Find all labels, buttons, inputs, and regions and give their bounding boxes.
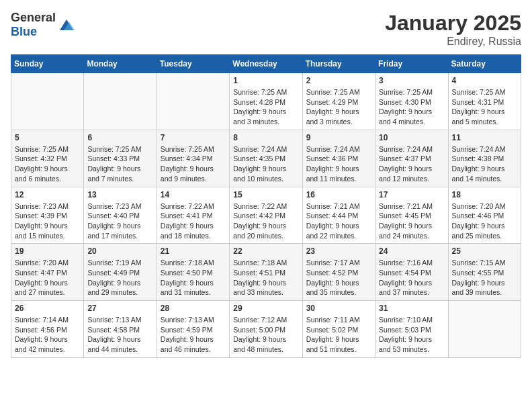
logo-text: General Blue <box>11 11 56 39</box>
day-number: 13 <box>87 190 152 199</box>
day-info: Sunrise: 7:11 AMSunset: 5:02 PMDaylight:… <box>306 315 371 355</box>
day-info: Sunrise: 7:22 AMSunset: 4:41 PMDaylight:… <box>161 201 226 241</box>
logo-general: General <box>11 11 56 24</box>
calendar-day-cell: 26Sunrise: 7:14 AMSunset: 4:56 PMDayligh… <box>11 301 84 358</box>
day-info: Sunrise: 7:16 AMSunset: 4:54 PMDaylight:… <box>379 258 444 298</box>
calendar-day-cell: 25Sunrise: 7:15 AMSunset: 4:55 PMDayligh… <box>448 244 521 301</box>
day-number: 29 <box>233 304 298 313</box>
day-number: 2 <box>306 76 371 85</box>
day-number: 30 <box>306 304 371 313</box>
day-number: 22 <box>233 246 298 256</box>
day-info: Sunrise: 7:14 AMSunset: 4:56 PMDaylight:… <box>15 315 80 355</box>
day-info: Sunrise: 7:21 AMSunset: 4:45 PMDaylight:… <box>379 201 444 241</box>
calendar-day-cell: 8Sunrise: 7:24 AMSunset: 4:35 PMDaylight… <box>230 130 302 187</box>
calendar-day-cell: 10Sunrise: 7:24 AMSunset: 4:37 PMDayligh… <box>375 130 448 187</box>
day-info: Sunrise: 7:24 AMSunset: 4:37 PMDaylight:… <box>379 144 444 184</box>
calendar-day-cell: 3Sunrise: 7:25 AMSunset: 4:30 PMDaylight… <box>375 73 448 130</box>
calendar-day-cell: 4Sunrise: 7:25 AMSunset: 4:31 PMDaylight… <box>448 73 521 130</box>
calendar-day-cell: 9Sunrise: 7:24 AMSunset: 4:36 PMDaylight… <box>302 130 375 187</box>
day-info: Sunrise: 7:25 AMSunset: 4:31 PMDaylight:… <box>452 87 517 127</box>
title-block: January 2025 Endirey, Russia <box>385 11 521 48</box>
day-info: Sunrise: 7:18 AMSunset: 4:51 PMDaylight:… <box>233 258 298 298</box>
calendar-day-cell: 7Sunrise: 7:25 AMSunset: 4:34 PMDaylight… <box>157 130 229 187</box>
calendar-day-cell: 13Sunrise: 7:23 AMSunset: 4:40 PMDayligh… <box>84 187 157 244</box>
day-of-week-header: Monday <box>84 55 157 73</box>
calendar-day-cell: 28Sunrise: 7:13 AMSunset: 4:59 PMDayligh… <box>157 301 229 358</box>
day-number: 14 <box>161 190 226 199</box>
calendar-day-cell: 11Sunrise: 7:24 AMSunset: 4:38 PMDayligh… <box>448 130 521 187</box>
day-number: 1 <box>233 76 298 85</box>
day-info: Sunrise: 7:19 AMSunset: 4:49 PMDaylight:… <box>87 258 152 298</box>
calendar-day-cell: 24Sunrise: 7:16 AMSunset: 4:54 PMDayligh… <box>375 244 448 301</box>
day-info: Sunrise: 7:13 AMSunset: 4:59 PMDaylight:… <box>161 315 226 355</box>
logo-icon <box>57 15 76 34</box>
day-number: 6 <box>87 133 152 142</box>
calendar-week-row: 5Sunrise: 7:25 AMSunset: 4:32 PMDaylight… <box>11 130 521 187</box>
logo-blue: Blue <box>11 25 37 38</box>
day-number: 11 <box>452 133 517 142</box>
calendar-day-cell: 5Sunrise: 7:25 AMSunset: 4:32 PMDaylight… <box>11 130 84 187</box>
calendar-day-cell <box>84 73 157 130</box>
calendar-week-row: 12Sunrise: 7:23 AMSunset: 4:39 PMDayligh… <box>11 187 521 244</box>
calendar-day-cell: 16Sunrise: 7:21 AMSunset: 4:44 PMDayligh… <box>302 187 375 244</box>
page-header: General Blue January 2025 Endirey, Russi… <box>11 11 521 48</box>
day-info: Sunrise: 7:13 AMSunset: 4:58 PMDaylight:… <box>87 315 152 355</box>
calendar-day-cell: 19Sunrise: 7:20 AMSunset: 4:47 PMDayligh… <box>11 244 84 301</box>
calendar-day-cell <box>448 301 521 358</box>
day-info: Sunrise: 7:25 AMSunset: 4:34 PMDaylight:… <box>161 144 226 184</box>
day-info: Sunrise: 7:24 AMSunset: 4:35 PMDaylight:… <box>233 144 298 184</box>
calendar-day-cell: 14Sunrise: 7:22 AMSunset: 4:41 PMDayligh… <box>157 187 229 244</box>
day-number: 26 <box>15 304 80 313</box>
day-number: 24 <box>379 246 444 256</box>
day-info: Sunrise: 7:25 AMSunset: 4:30 PMDaylight:… <box>379 87 444 127</box>
day-number: 21 <box>161 246 226 256</box>
calendar-table: SundayMondayTuesdayWednesdayThursdayFrid… <box>11 54 521 358</box>
day-number: 3 <box>379 76 444 85</box>
calendar-day-cell: 1Sunrise: 7:25 AMSunset: 4:28 PMDaylight… <box>230 73 302 130</box>
day-of-week-header: Wednesday <box>230 55 302 73</box>
calendar-day-cell: 2Sunrise: 7:25 AMSunset: 4:29 PMDaylight… <box>302 73 375 130</box>
day-number: 16 <box>306 190 371 199</box>
day-info: Sunrise: 7:12 AMSunset: 5:00 PMDaylight:… <box>233 315 298 355</box>
day-info: Sunrise: 7:17 AMSunset: 4:52 PMDaylight:… <box>306 258 371 298</box>
day-info: Sunrise: 7:15 AMSunset: 4:55 PMDaylight:… <box>452 258 517 298</box>
day-number: 25 <box>452 246 517 256</box>
day-of-week-header: Friday <box>375 55 448 73</box>
day-number: 9 <box>306 133 371 142</box>
day-number: 18 <box>452 190 517 199</box>
day-number: 28 <box>161 304 226 313</box>
day-info: Sunrise: 7:25 AMSunset: 4:32 PMDaylight:… <box>15 144 80 184</box>
calendar-week-row: 1Sunrise: 7:25 AMSunset: 4:28 PMDaylight… <box>11 73 521 130</box>
day-of-week-header: Tuesday <box>157 55 229 73</box>
calendar-day-cell: 21Sunrise: 7:18 AMSunset: 4:50 PMDayligh… <box>157 244 229 301</box>
calendar-subtitle: Endirey, Russia <box>385 36 521 48</box>
calendar-day-cell <box>11 73 84 130</box>
day-number: 7 <box>161 133 226 142</box>
calendar-week-row: 26Sunrise: 7:14 AMSunset: 4:56 PMDayligh… <box>11 301 521 358</box>
day-info: Sunrise: 7:18 AMSunset: 4:50 PMDaylight:… <box>161 258 226 298</box>
day-of-week-header: Sunday <box>11 55 84 73</box>
day-info: Sunrise: 7:23 AMSunset: 4:39 PMDaylight:… <box>15 201 80 241</box>
day-info: Sunrise: 7:25 AMSunset: 4:33 PMDaylight:… <box>87 144 152 184</box>
day-number: 12 <box>15 190 80 199</box>
calendar-day-cell: 29Sunrise: 7:12 AMSunset: 5:00 PMDayligh… <box>230 301 302 358</box>
day-info: Sunrise: 7:20 AMSunset: 4:46 PMDaylight:… <box>452 201 517 241</box>
logo: General Blue <box>11 11 76 39</box>
day-number: 20 <box>87 246 152 256</box>
calendar-day-cell: 15Sunrise: 7:22 AMSunset: 4:42 PMDayligh… <box>230 187 302 244</box>
calendar-day-cell: 27Sunrise: 7:13 AMSunset: 4:58 PMDayligh… <box>84 301 157 358</box>
calendar-day-cell: 22Sunrise: 7:18 AMSunset: 4:51 PMDayligh… <box>230 244 302 301</box>
day-info: Sunrise: 7:23 AMSunset: 4:40 PMDaylight:… <box>87 201 152 241</box>
day-number: 19 <box>15 246 80 256</box>
day-number: 15 <box>233 190 298 199</box>
day-number: 23 <box>306 246 371 256</box>
calendar-day-cell: 20Sunrise: 7:19 AMSunset: 4:49 PMDayligh… <box>84 244 157 301</box>
day-info: Sunrise: 7:24 AMSunset: 4:36 PMDaylight:… <box>306 144 371 184</box>
calendar-day-cell <box>157 73 229 130</box>
day-of-week-header: Thursday <box>302 55 375 73</box>
day-info: Sunrise: 7:25 AMSunset: 4:28 PMDaylight:… <box>233 87 298 127</box>
day-info: Sunrise: 7:10 AMSunset: 5:03 PMDaylight:… <box>379 315 444 355</box>
calendar-day-cell: 6Sunrise: 7:25 AMSunset: 4:33 PMDaylight… <box>84 130 157 187</box>
calendar-title: January 2025 <box>385 11 521 36</box>
calendar-day-cell: 30Sunrise: 7:11 AMSunset: 5:02 PMDayligh… <box>302 301 375 358</box>
